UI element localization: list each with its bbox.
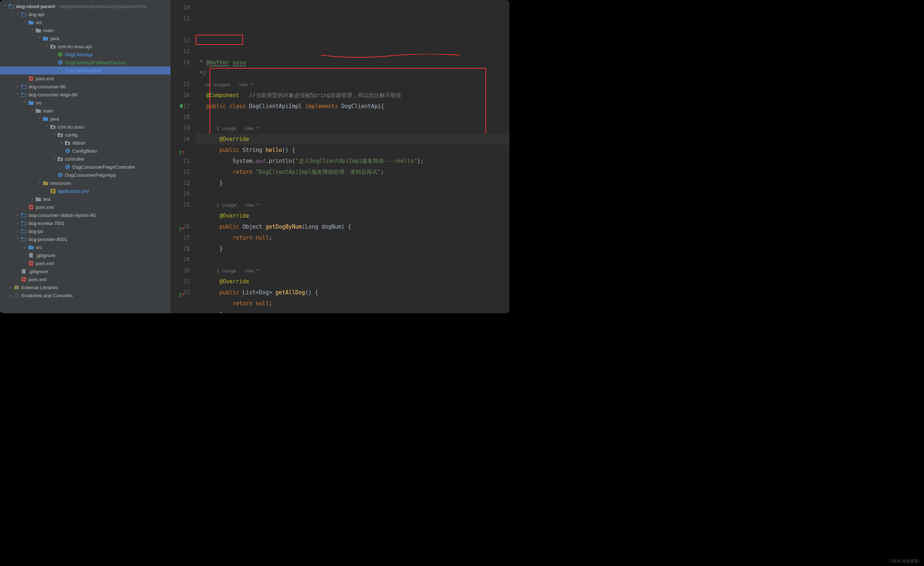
chevron-icon[interactable]: ˅: [15, 237, 20, 241]
fold-marker-icon[interactable]: -: [187, 60, 189, 71]
chevron-icon[interactable]: ˅: [36, 117, 42, 121]
tree-item[interactable]: ˅dog-consumer-feign-80: [0, 90, 170, 99]
code-line[interactable]: System.out.println("进入DogClientApiImpl服务…: [196, 155, 510, 167]
chevron-icon[interactable]: ›: [29, 197, 35, 201]
tree-item[interactable]: ˅resources: [0, 179, 170, 187]
code-line[interactable]: @Override: [196, 134, 510, 145]
tree-item[interactable]: ·CDogConsumerFeignApp: [0, 171, 170, 179]
project-tree[interactable]: ˅dog-cloud-parent~/study/ideaStudy/ideaS…: [0, 0, 170, 313]
tree-item[interactable]: ·mpom.xml: [0, 203, 170, 211]
chevron-icon[interactable]: ˅: [36, 36, 42, 41]
tree-item[interactable]: ·mpom.xml: [0, 275, 170, 283]
fold-marker-icon[interactable]: ⌃: [187, 312, 189, 313]
code-line[interactable]: return null;: [196, 298, 510, 309]
highlight-box-component: [196, 35, 243, 45]
tree-item[interactable]: ˅com.liu.susu: [0, 123, 170, 131]
code-line[interactable]: 1 usage new *: [196, 265, 510, 276]
tree-item[interactable]: ›dog-consumer-80: [0, 83, 170, 90]
tree-item[interactable]: ·CDogClientApiFallbackFactory: [0, 59, 170, 66]
code-line[interactable]: I↑ public List<Dog> getAllDog() {: [196, 287, 510, 298]
chevron-icon[interactable]: ˅: [15, 93, 20, 97]
tree-label: src: [36, 245, 42, 250]
code-line[interactable]: ⌃ }: [196, 309, 510, 313]
code-line[interactable]: [196, 112, 510, 123]
tree-item[interactable]: ·mpom.xml: [0, 74, 170, 83]
chevron-icon[interactable]: ›: [15, 229, 20, 233]
tree-item[interactable]: ˅java: [0, 114, 170, 123]
tree-item[interactable]: ˅config: [0, 131, 170, 139]
tree-item[interactable]: ›dog-consumer-ribbon-hystrix-80: [0, 211, 170, 219]
svg-rect-42: [36, 197, 38, 198]
chevron-icon[interactable]: ›: [7, 286, 13, 290]
chevron-icon[interactable]: ˅: [44, 45, 50, 48]
code-line[interactable]: [196, 188, 510, 199]
code-line[interactable]: - * @author susu: [196, 57, 510, 68]
tree-item[interactable]: ·application.yml: [0, 187, 170, 195]
chevron-icon[interactable]: ›: [15, 85, 20, 89]
tree-item[interactable]: ˅main: [0, 26, 170, 34]
chevron-icon[interactable]: ˅: [22, 101, 28, 105]
implements-icon[interactable]: I↑: [179, 224, 184, 229]
tree-item[interactable]: ˅com.liu.susu.api: [0, 42, 170, 50]
chevron-icon[interactable]: ›: [22, 245, 28, 249]
code-line[interactable]: ⌃ }: [196, 243, 510, 254]
code-line[interactable]: @Override: [196, 210, 510, 221]
code-line[interactable]: return null;: [196, 232, 510, 243]
chevron-icon[interactable]: ›: [15, 221, 20, 225]
chevron-icon[interactable]: ›: [58, 141, 64, 145]
code-area[interactable]: - * @author susu */ no usages new * @Com…: [196, 0, 510, 313]
chevron-icon[interactable]: ˅: [29, 109, 35, 113]
tree-item[interactable]: ˅dog-provider-8001: [0, 235, 170, 243]
tree-item[interactable]: ˅src: [0, 99, 170, 107]
tree-item[interactable]: ˅main: [0, 107, 170, 114]
chevron-icon[interactable]: ›: [15, 213, 20, 217]
code-line[interactable]: 1 usage new *: [196, 199, 510, 210]
tree-item[interactable]: ·mpom.xml: [0, 259, 170, 267]
implements-icon[interactable]: I↑: [179, 147, 184, 152]
tree-item[interactable]: ˅controller: [0, 155, 170, 163]
chevron-icon[interactable]: ˅: [29, 29, 35, 33]
tree-item[interactable]: ›ribbon: [0, 139, 170, 147]
tree-item[interactable]: ›dog-eureka-7001: [0, 219, 170, 227]
fold-marker-icon[interactable]: ⌃: [187, 181, 189, 191]
tree-item[interactable]: ›src: [0, 243, 170, 251]
tree-item[interactable]: ·CDogClientApiImpl: [0, 66, 170, 74]
chevron-icon[interactable]: ˅: [51, 157, 57, 161]
tree-item[interactable]: ˅java: [0, 34, 170, 42]
code-editor[interactable]: 1011121314151617181920212223242526272829…: [171, 0, 510, 313]
implements-icon[interactable]: I↑: [179, 290, 184, 295]
chevron-icon[interactable]: ˅: [22, 20, 28, 24]
tree-item[interactable]: ˅src: [0, 18, 170, 26]
tree-item[interactable]: ·.gitignore: [0, 251, 170, 259]
code-line[interactable]: no usages new *: [196, 79, 510, 90]
code-line[interactable]: 1 usage new *: [196, 123, 510, 134]
tree-item[interactable]: ·CDogConsumerFeignController: [0, 163, 170, 171]
tree-item[interactable]: ˅dog-api: [0, 10, 170, 18]
chevron-icon[interactable]: ˅: [44, 125, 50, 129]
code-line[interactable]: public class DogClientApiImpl implements…: [196, 101, 510, 112]
tree-item[interactable]: ·CConfigBean: [0, 147, 170, 155]
code-line[interactable]: I↑ public String hello() {: [196, 145, 510, 155]
tree-item[interactable]: ·.gitignore: [0, 267, 170, 275]
code-line[interactable]: I↑ public Object getDogByNum(Long dogNum…: [196, 221, 510, 232]
code-line[interactable]: return "DogClientApiImpl服务降级处理，请稍后再试";: [196, 167, 510, 178]
tree-item[interactable]: ›test: [0, 195, 170, 203]
code-line[interactable]: [196, 254, 510, 265]
tree-item[interactable]: ·IDogClientApi: [0, 50, 170, 59]
chevron-icon[interactable]: ˅: [15, 12, 20, 17]
tree-item[interactable]: ›dog-po: [0, 227, 170, 235]
svg-rect-44: [21, 213, 23, 214]
chevron-icon[interactable]: ˅: [36, 181, 42, 185]
tree-label: main: [43, 28, 53, 33]
fold-marker-icon[interactable]: ⌃: [187, 246, 189, 257]
code-line[interactable]: ⌃ }: [196, 178, 510, 188]
tree-item[interactable]: ›External Libraries: [0, 283, 170, 291]
chevron-icon[interactable]: ˅: [51, 133, 57, 137]
chevron-icon[interactable]: ›: [7, 294, 13, 298]
project-root[interactable]: ˅dog-cloud-parent~/study/ideaStudy/ideaS…: [0, 2, 170, 10]
tree-item[interactable]: ›Scratches and Consoles: [0, 291, 170, 300]
code-line[interactable]: @Override: [196, 276, 510, 287]
project-sidebar[interactable]: ˅dog-cloud-parent~/study/ideaStudy/ideaS…: [0, 0, 171, 313]
code-line[interactable]: @Component //当前类型的对象必须被Spring容器管理，所以此注解不…: [196, 90, 510, 101]
code-line[interactable]: */: [196, 68, 510, 79]
